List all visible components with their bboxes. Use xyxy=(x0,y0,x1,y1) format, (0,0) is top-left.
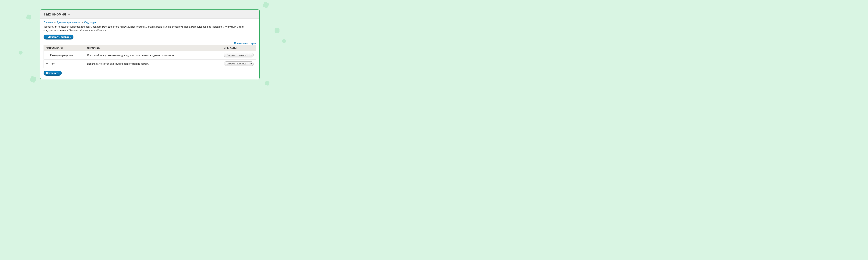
admin-panel: Таксономия Главная » Администрирование »… xyxy=(40,9,260,79)
intro-text: Таксономия позволяет классифицировать со… xyxy=(43,25,256,32)
breadcrumb-separator: » xyxy=(54,21,56,24)
bg-decor xyxy=(26,14,31,20)
vocabulary-name: Теги xyxy=(50,62,55,65)
panel-header: Таксономия xyxy=(40,10,259,18)
breadcrumb-separator: » xyxy=(82,21,83,24)
vocabulary-description: Используйте эту таксономию для группиров… xyxy=(85,51,222,60)
table-row: Категория рецептов Используйте эту таксо… xyxy=(44,51,256,60)
drag-handle-icon[interactable] xyxy=(45,54,48,57)
add-vocabulary-button[interactable]: + Добавить словарь xyxy=(43,35,73,39)
vocabularies-table: ИМЯ СЛОВАРЯ ОПИСАНИЕ ОПЕРАЦИИ Категория … xyxy=(43,45,256,68)
column-header-name: ИМЯ СЛОВАРЯ xyxy=(44,45,85,51)
operations-dropbutton: Список терминов xyxy=(224,62,254,66)
panel-body: Главная » Администрирование » Структура … xyxy=(40,18,259,79)
page-title: Таксономия xyxy=(43,12,66,16)
dropbutton-toggle[interactable] xyxy=(249,53,253,57)
column-header-operations: ОПЕРАЦИИ xyxy=(222,45,256,51)
list-terms-button[interactable]: Список терминов xyxy=(224,62,249,66)
bg-decor xyxy=(30,76,37,83)
bg-decor xyxy=(281,39,287,44)
drag-handle-icon[interactable] xyxy=(45,62,48,65)
bg-decor xyxy=(265,81,270,85)
table-row: Теги Используйте метки для группировки с… xyxy=(44,60,256,68)
svg-marker-0 xyxy=(68,12,70,15)
favorite-star-icon[interactable] xyxy=(67,12,70,16)
column-header-description: ОПИСАНИЕ xyxy=(85,45,222,51)
list-terms-button[interactable]: Список терминов xyxy=(224,53,249,57)
vocabulary-name: Категория рецептов xyxy=(50,54,73,57)
breadcrumb: Главная » Администрирование » Структура xyxy=(43,21,256,24)
breadcrumb-link-admin[interactable]: Администрирование xyxy=(57,21,80,24)
breadcrumb-link-home[interactable]: Главная xyxy=(43,21,53,24)
operations-dropbutton: Список терминов xyxy=(224,53,254,58)
bg-decor xyxy=(275,28,279,33)
bg-decor xyxy=(262,1,269,8)
dropbutton-toggle[interactable] xyxy=(249,62,253,66)
breadcrumb-link-structure[interactable]: Структура xyxy=(84,21,96,24)
vocabulary-description: Используйте метки для группировки статей… xyxy=(85,60,222,68)
show-row-weights-link[interactable]: Показать вес строк xyxy=(234,42,256,45)
bg-decor xyxy=(19,50,23,55)
save-button[interactable]: Сохранить xyxy=(43,71,62,76)
